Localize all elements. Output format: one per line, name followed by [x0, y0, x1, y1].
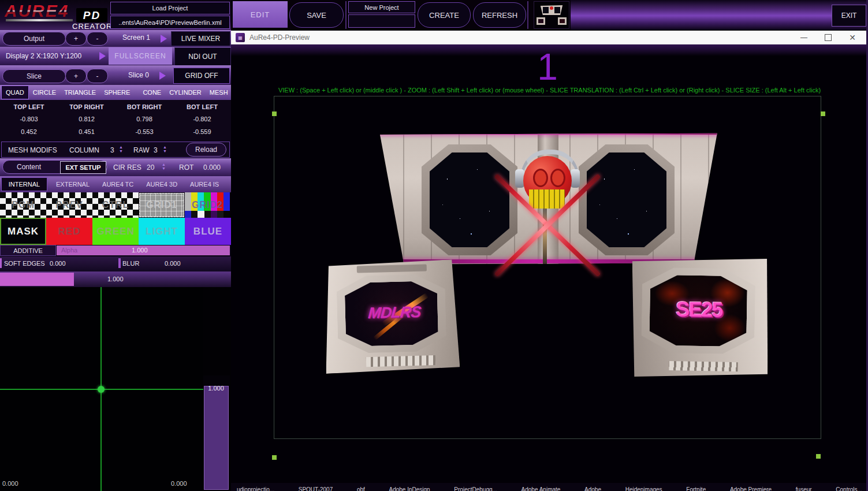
alpha-slider[interactable]: Alpha 1.000	[57, 246, 230, 255]
tab-cylinder[interactable]: CYLINDER	[165, 85, 206, 100]
screen-next-icon[interactable]	[161, 35, 167, 43]
vertical-slider-fill[interactable]	[204, 386, 229, 490]
soft-edges-value[interactable]: 0.000	[50, 260, 66, 267]
thumb-grid2[interactable]: GRID2	[185, 192, 230, 218]
thumb-pgm[interactable]: PGM	[0, 192, 46, 218]
tab-aure4-3d[interactable]: AURE4 3D	[142, 176, 181, 192]
tab-triangle[interactable]: TRIANGLE	[60, 85, 100, 100]
channel-green-button[interactable]: GREEN	[92, 218, 139, 245]
coord-y-value[interactable]: 0.452	[0, 128, 58, 135]
taskbar-item[interactable]: fuseur	[796, 486, 812, 491]
spinner-up-icon[interactable]: ▲	[162, 162, 166, 166]
tab-internal[interactable]: INTERNAL	[1, 177, 47, 191]
tab-cone[interactable]: CONE	[139, 85, 165, 100]
project-path-field[interactable]: ..ents\AuRea4\PD\PreviewBerlin.xml	[110, 16, 230, 29]
edge-slider[interactable]: 1.000	[0, 271, 231, 287]
preview-titlebar[interactable]: ▦ AuRe4-PD-Preview — ✕	[231, 31, 868, 44]
exit-button[interactable]: EXIT	[832, 5, 866, 27]
raw-spinner[interactable]: ▲▼	[163, 145, 167, 153]
thumb-ctrl[interactable]: CTRL	[92, 192, 139, 218]
screen-plus-button[interactable]: +	[65, 32, 87, 46]
close-icon[interactable]: ✕	[841, 31, 864, 44]
coord-x-value[interactable]: 0.798	[116, 116, 173, 122]
additive-button[interactable]: ADDITIVE	[0, 245, 56, 256]
coord-x-value[interactable]: -0.802	[173, 116, 231, 122]
slice-handle-top-right[interactable]	[821, 111, 825, 116]
coord-y-value[interactable]: -0.559	[173, 128, 231, 135]
channel-red-button[interactable]: RED	[46, 218, 92, 245]
channel-mask-button[interactable]: MASK	[0, 218, 46, 245]
create-button[interactable]: CREATE	[418, 2, 471, 28]
taskbar-item[interactable]: ProjectDebugg...	[454, 486, 497, 491]
coord-x-value[interactable]: -0.803	[0, 116, 58, 122]
raw-value[interactable]: 3	[154, 146, 158, 154]
channel-light-button[interactable]: LIGHT	[139, 218, 185, 245]
save-button[interactable]: SAVE	[289, 2, 344, 28]
slice-handle-bottom-right[interactable]	[816, 454, 821, 459]
column-spinner[interactable]: ▲▼	[119, 145, 123, 153]
channel-blue-button[interactable]: BLUE	[185, 218, 231, 245]
pad-handle[interactable]	[98, 386, 105, 393]
taskbar-item[interactable]: obf	[357, 486, 365, 491]
slice-handle-top-left[interactable]	[272, 111, 277, 116]
refresh-button[interactable]: REFRESH	[473, 2, 526, 28]
spinner-up-icon[interactable]: ▲	[119, 145, 123, 149]
fullscreen-button[interactable]: FULLSCREEN	[109, 47, 172, 65]
thumb-prev[interactable]: PREV	[46, 192, 92, 218]
edit-button[interactable]: EDIT	[233, 1, 288, 28]
position-pad[interactable]: 0.000 0.000	[0, 287, 203, 491]
slice-handle-bottom-left[interactable]	[272, 455, 277, 460]
taskbar-item[interactable]: Heidenimages	[625, 486, 662, 491]
taskbar-item[interactable]: Adobe Animate	[521, 486, 561, 491]
tab-sphere[interactable]: SPHERE	[100, 85, 134, 100]
slice-next-icon[interactable]	[159, 72, 166, 80]
grid-off-button[interactable]: GRID OFF	[173, 68, 230, 84]
scene-thumbnail[interactable]	[534, 1, 569, 29]
taskbar-item[interactable]: Adobe Premiere	[730, 486, 772, 491]
taskbar-item[interactable]: Adobe InDesign	[389, 486, 430, 491]
coord-y-value[interactable]: -0.553	[116, 128, 173, 135]
thumb-grid1[interactable]: GRID1	[139, 193, 184, 217]
spinner-down-icon[interactable]: ▼	[163, 149, 167, 153]
preview-viewport[interactable]: 1 VIEW : (Space + Left click) or (middle…	[231, 44, 868, 491]
tab-aure4-tc[interactable]: AURE4 TC	[98, 176, 137, 192]
maximize-icon[interactable]	[817, 31, 840, 44]
tab-quad[interactable]: QUAD	[1, 85, 29, 99]
tab-mesh[interactable]: MESH	[206, 85, 232, 100]
taskbar-item[interactable]: Fortnite	[686, 486, 706, 491]
live-mixer-button[interactable]: LIVE MIXER	[171, 31, 230, 46]
slice-plus-button[interactable]: +	[65, 69, 87, 83]
cir-res-spinner[interactable]: ▲▼	[162, 162, 166, 170]
load-project-button[interactable]: Load Project	[110, 2, 230, 14]
spinner-up-icon[interactable]: ▲	[163, 145, 167, 149]
ext-setup-button[interactable]: EXT SETUP	[60, 161, 106, 174]
reload-button[interactable]: Reload	[186, 143, 226, 157]
taskbar-item[interactable]: Adobe	[584, 486, 601, 491]
tab-circle[interactable]: CIRCLE	[29, 85, 60, 100]
taskbar-item[interactable]: SPOUT-2007	[299, 486, 333, 491]
blur-value[interactable]: 0.000	[165, 260, 181, 267]
ndi-out-button[interactable]: NDI OUT	[174, 47, 231, 66]
spinner-down-icon[interactable]: ▼	[162, 166, 166, 170]
slice-minus-button[interactable]: -	[87, 69, 108, 83]
screen-minus-button[interactable]: -	[87, 32, 108, 46]
column-value[interactable]: 3	[110, 146, 114, 154]
blur-marker[interactable]	[118, 258, 121, 268]
minimize-icon[interactable]: —	[792, 31, 815, 44]
edge-slider-fill[interactable]	[0, 273, 74, 286]
spinner-down-icon[interactable]: ▼	[119, 149, 123, 153]
soft-edges-marker[interactable]	[0, 258, 2, 268]
slice-button[interactable]: Slice	[2, 69, 66, 83]
tab-aure4-is[interactable]: AURE4 IS	[186, 176, 223, 192]
coord-y-value[interactable]: 0.451	[58, 128, 116, 135]
coord-x-value[interactable]: 0.812	[58, 116, 116, 122]
tab-external[interactable]: EXTERNAL	[52, 176, 94, 192]
taskbar-item[interactable]: Controls...	[836, 486, 862, 491]
taskbar-item[interactable]: udioprojectio...	[237, 486, 274, 491]
display-next-icon[interactable]	[99, 52, 106, 60]
new-project-input[interactable]	[348, 14, 415, 28]
cir-res-value[interactable]: 20	[147, 163, 154, 172]
output-button[interactable]: Output	[2, 32, 66, 46]
rot-value[interactable]: 0.000	[203, 163, 221, 172]
vertical-slider[interactable]: 1.000	[203, 375, 230, 491]
